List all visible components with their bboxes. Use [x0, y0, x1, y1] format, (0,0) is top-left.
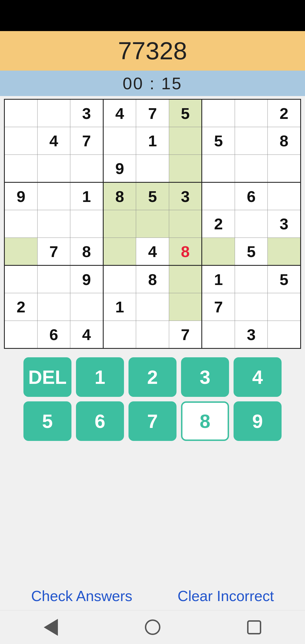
cell-2-7[interactable] [235, 155, 268, 182]
board-row-7: 217 [5, 293, 301, 321]
cell-7-3[interactable]: 1 [103, 293, 136, 321]
cell-8-3[interactable] [103, 321, 136, 349]
cell-4-7[interactable] [235, 210, 268, 238]
num-btn-4[interactable]: 4 [234, 357, 282, 397]
board-row-2: 9 [5, 155, 301, 182]
cell-0-8[interactable]: 2 [268, 99, 301, 127]
cell-5-0[interactable] [5, 238, 38, 266]
cell-4-6[interactable]: 2 [202, 210, 235, 238]
num-btn-8[interactable]: 8 [181, 401, 229, 441]
cell-2-8[interactable] [268, 155, 301, 182]
cell-5-3[interactable] [103, 238, 136, 266]
cell-8-1[interactable]: 6 [37, 321, 70, 349]
cell-1-3[interactable] [103, 127, 136, 155]
cell-5-8[interactable] [268, 238, 301, 266]
cell-6-7[interactable] [235, 266, 268, 293]
cell-3-5[interactable]: 3 [169, 182, 202, 210]
cell-1-0[interactable] [5, 127, 38, 155]
num-btn-9[interactable]: 9 [234, 401, 282, 441]
cell-0-3[interactable]: 4 [103, 99, 136, 127]
cell-8-7[interactable]: 3 [235, 321, 268, 349]
cell-0-2[interactable]: 3 [70, 99, 103, 127]
cell-7-6[interactable]: 7 [202, 293, 235, 321]
check-answers-button[interactable]: Check Answers [31, 588, 132, 604]
num-btn-2[interactable]: 2 [128, 357, 177, 397]
cell-4-0[interactable] [5, 210, 38, 238]
cell-5-2[interactable]: 8 [70, 238, 103, 266]
cell-0-0[interactable] [5, 99, 38, 127]
cell-7-0[interactable]: 2 [5, 293, 38, 321]
cell-6-0[interactable] [5, 266, 38, 293]
cell-7-5[interactable] [169, 293, 202, 321]
cell-1-5[interactable] [169, 127, 202, 155]
cell-3-8[interactable] [268, 182, 301, 210]
recent-nav-button[interactable] [244, 617, 264, 637]
del-button[interactable]: DEL [23, 357, 71, 397]
cell-7-2[interactable] [70, 293, 103, 321]
cell-2-5[interactable] [169, 155, 202, 182]
cell-2-2[interactable] [70, 155, 103, 182]
cell-3-6[interactable] [202, 182, 235, 210]
cell-8-4[interactable] [136, 321, 169, 349]
cell-0-6[interactable] [202, 99, 235, 127]
numpad-row-1: DEL 1 2 3 4 [6, 357, 299, 397]
num-btn-1[interactable]: 1 [76, 357, 124, 397]
cell-4-5[interactable] [169, 210, 202, 238]
cell-8-5[interactable]: 7 [169, 321, 202, 349]
cell-8-2[interactable]: 4 [70, 321, 103, 349]
cell-7-8[interactable] [268, 293, 301, 321]
cell-5-5[interactable]: 8 [169, 238, 202, 266]
num-btn-5[interactable]: 5 [23, 401, 71, 441]
cell-5-6[interactable] [202, 238, 235, 266]
cell-1-8[interactable]: 8 [268, 127, 301, 155]
cell-0-4[interactable]: 7 [136, 99, 169, 127]
cell-4-1[interactable] [37, 210, 70, 238]
cell-1-1[interactable]: 4 [37, 127, 70, 155]
cell-3-4[interactable]: 5 [136, 182, 169, 210]
cell-4-4[interactable] [136, 210, 169, 238]
puzzle-id: 77328 [118, 36, 187, 65]
num-btn-6[interactable]: 6 [76, 401, 124, 441]
cell-2-4[interactable] [136, 155, 169, 182]
cell-5-7[interactable]: 5 [235, 238, 268, 266]
cell-0-1[interactable] [37, 99, 70, 127]
cell-1-6[interactable]: 5 [202, 127, 235, 155]
cell-8-8[interactable] [268, 321, 301, 349]
cell-7-7[interactable] [235, 293, 268, 321]
cell-1-7[interactable] [235, 127, 268, 155]
back-nav-button[interactable] [41, 617, 61, 637]
cell-3-7[interactable]: 6 [235, 182, 268, 210]
cell-6-8[interactable]: 5 [268, 266, 301, 293]
cell-8-0[interactable] [5, 321, 38, 349]
cell-3-1[interactable] [37, 182, 70, 210]
cell-7-1[interactable] [37, 293, 70, 321]
cell-3-2[interactable]: 1 [70, 182, 103, 210]
cell-6-3[interactable] [103, 266, 136, 293]
cell-5-1[interactable]: 7 [37, 238, 70, 266]
cell-0-5[interactable]: 5 [169, 99, 202, 127]
cell-0-7[interactable] [235, 99, 268, 127]
cell-3-3[interactable]: 8 [103, 182, 136, 210]
cell-2-1[interactable] [37, 155, 70, 182]
cell-6-5[interactable] [169, 266, 202, 293]
cell-6-4[interactable]: 8 [136, 266, 169, 293]
cell-4-8[interactable]: 3 [268, 210, 301, 238]
num-btn-3[interactable]: 3 [181, 357, 229, 397]
num-btn-7[interactable]: 7 [128, 401, 177, 441]
cell-3-0[interactable]: 9 [5, 182, 38, 210]
cell-7-4[interactable] [136, 293, 169, 321]
home-nav-button[interactable] [143, 617, 162, 637]
cell-5-4[interactable]: 4 [136, 238, 169, 266]
cell-2-3[interactable]: 9 [103, 155, 136, 182]
cell-1-4[interactable]: 1 [136, 127, 169, 155]
cell-4-3[interactable] [103, 210, 136, 238]
cell-6-6[interactable]: 1 [202, 266, 235, 293]
cell-6-1[interactable] [37, 266, 70, 293]
cell-2-0[interactable] [5, 155, 38, 182]
cell-4-2[interactable] [70, 210, 103, 238]
clear-incorrect-button[interactable]: Clear Incorrect [178, 588, 274, 604]
cell-6-2[interactable]: 9 [70, 266, 103, 293]
cell-2-6[interactable] [202, 155, 235, 182]
cell-1-2[interactable]: 7 [70, 127, 103, 155]
cell-8-6[interactable] [202, 321, 235, 349]
